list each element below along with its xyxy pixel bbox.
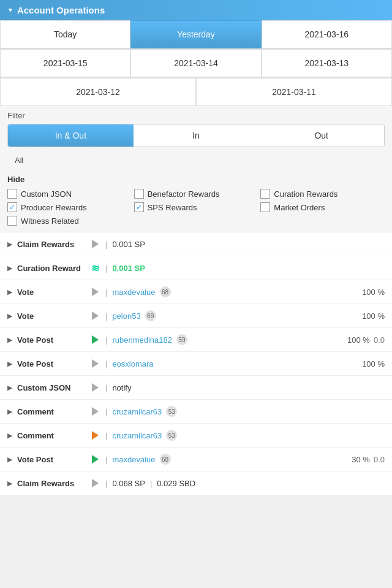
hide-custom-json[interactable]: Custom JSON	[7, 189, 132, 199]
op-tri-green-icon	[89, 454, 100, 465]
checkbox-producer-rewards[interactable]: ✓	[7, 202, 17, 212]
op-badge: 68	[160, 454, 171, 465]
op-percent: 100 %	[347, 335, 370, 345]
op-value: 0.001 SP	[112, 264, 145, 273]
op-row-comment-1[interactable]: ▶ Comment | cruzamilcar63 53	[0, 400, 392, 424]
expand-icon: ▶	[7, 240, 12, 248]
hide-witness-related[interactable]: Witness Related	[7, 216, 132, 226]
op-row-vote-post-2[interactable]: ▶ Vote Post | eosxiomara 100 %	[0, 352, 392, 376]
op-name: Curation Reward	[17, 264, 85, 273]
date-2021-03-16[interactable]: 2021-03-16	[262, 20, 392, 48]
op-tri-icon	[89, 239, 100, 250]
filter-section: Filter In & Out In Out All	[0, 106, 392, 171]
op-detail: | 0.001 SP	[89, 239, 385, 250]
expand-icon: ▶	[7, 288, 12, 296]
header-title: Account Operations	[17, 5, 105, 15]
op-value-sbd: 0.029 SBD	[157, 479, 195, 488]
hide-section: Hide Custom JSON Benefactor Rewards Cura…	[0, 171, 392, 232]
checkbox-witness-related[interactable]	[7, 216, 17, 226]
checkbox-sps-rewards[interactable]: ✓	[134, 202, 144, 212]
op-user[interactable]: rubenmedina182	[112, 335, 172, 345]
op-detail: | pelon53 69 100 %	[89, 310, 385, 321]
hide-sps-rewards-label: SPS Rewards	[148, 203, 197, 212]
op-row-vote-post-1[interactable]: ▶ Vote Post | rubenmedina182 59 100 % 0.…	[0, 328, 392, 352]
date-2021-03-15[interactable]: 2021-03-15	[0, 49, 130, 77]
tab-out[interactable]: Out	[258, 124, 384, 147]
expand-icon: ▶	[7, 384, 12, 392]
op-tri-green-icon	[89, 334, 100, 345]
op-badge: 68	[160, 286, 171, 297]
op-user[interactable]: maxdevalue	[112, 455, 155, 464]
op-detail: | 0.068 SP | 0.029 SBD	[89, 478, 385, 489]
expand-icon: ▶	[7, 360, 12, 368]
filter-tabs: In & Out In Out	[7, 124, 385, 147]
op-name: Custom JSON	[17, 383, 85, 392]
date-yesterday[interactable]: Yesterday	[130, 20, 261, 48]
op-row-curation-reward[interactable]: ▶ Curation Reward ≋ | 0.001 SP	[0, 256, 392, 280]
op-badge: 69	[145, 310, 156, 321]
op-tri-orange-icon	[89, 430, 100, 441]
op-name: Vote	[17, 288, 85, 297]
tab-in-out[interactable]: In & Out	[8, 124, 134, 147]
op-user[interactable]: eosxiomara	[112, 359, 153, 368]
date-today[interactable]: Today	[0, 20, 130, 48]
op-row-claim-rewards-2[interactable]: ▶ Claim Rewards | 0.068 SP | 0.029 SBD	[0, 472, 392, 495]
op-name: Vote	[17, 311, 85, 321]
date-2021-03-12[interactable]: 2021-03-12	[0, 78, 196, 106]
expand-icon: ▶	[7, 456, 12, 464]
hide-curation-rewards[interactable]: Curation Rewards	[260, 189, 385, 199]
date-2021-03-11[interactable]: 2021-03-11	[196, 78, 392, 106]
date-2021-03-13[interactable]: 2021-03-13	[262, 49, 392, 77]
op-user[interactable]: cruzamilcar63	[112, 431, 162, 440]
op-tri-icon	[89, 286, 100, 297]
expand-icon: ▶	[7, 336, 12, 344]
hide-market-orders[interactable]: Market Orders	[260, 202, 385, 212]
filter-label: Filter	[7, 111, 385, 120]
op-percent: 100 %	[362, 311, 385, 321]
op-row-vote-post-3[interactable]: ▶ Vote Post | maxdevalue 68 30 % 0.0	[0, 448, 392, 472]
checkbox-custom-json[interactable]	[7, 189, 17, 199]
expand-icon: ▶	[7, 264, 12, 272]
op-percent: 30 %	[352, 455, 370, 464]
op-tri-icon	[89, 358, 100, 369]
op-detail: | cruzamilcar63 53	[89, 430, 385, 441]
expand-icon: ▶	[7, 408, 12, 416]
op-row-comment-2[interactable]: ▶ Comment | cruzamilcar63 53	[0, 424, 392, 448]
op-name: Vote Post	[17, 455, 85, 464]
checkbox-benefactor-rewards[interactable]	[134, 189, 144, 199]
op-row-vote-1[interactable]: ▶ Vote | maxdevalue 68 100 %	[0, 280, 392, 304]
checkbox-market-orders[interactable]	[260, 202, 270, 212]
op-name: Claim Rewards	[17, 240, 85, 249]
op-detail: | cruzamilcar63 53	[89, 406, 385, 417]
op-tri-icon	[89, 406, 100, 417]
collapse-icon: ▼	[7, 7, 13, 13]
op-percent: 100 %	[362, 359, 385, 368]
op-value: 0.001 SP	[112, 240, 145, 249]
op-user[interactable]: pelon53	[112, 311, 140, 321]
op-row-vote-2[interactable]: ▶ Vote | pelon53 69 100 %	[0, 304, 392, 328]
hide-producer-rewards[interactable]: ✓ Producer Rewards	[7, 202, 132, 212]
header: ▼ Account Operations	[0, 0, 392, 20]
op-amount: 0.0	[374, 455, 385, 464]
op-value: 0.068 SP	[112, 479, 145, 488]
op-detail: | maxdevalue 68 100 %	[89, 286, 385, 297]
op-row-custom-json[interactable]: ▶ Custom JSON | notify	[0, 376, 392, 400]
op-user[interactable]: cruzamilcar63	[112, 407, 162, 416]
hide-custom-json-label: Custom JSON	[21, 189, 72, 199]
hide-grid: Custom JSON Benefactor Rewards Curation …	[7, 189, 385, 226]
hide-sps-rewards[interactable]: ✓ SPS Rewards	[134, 202, 258, 212]
date-2021-03-14[interactable]: 2021-03-14	[130, 49, 261, 77]
expand-icon: ▶	[7, 432, 12, 440]
expand-icon: ▶	[7, 312, 12, 320]
op-tri-icon	[89, 382, 100, 393]
op-row-claim-rewards-1[interactable]: ▶ Claim Rewards | 0.001 SP	[0, 232, 392, 256]
operations-list: ▶ Claim Rewards | 0.001 SP ▶ Curation Re…	[0, 232, 392, 495]
checkbox-curation-rewards[interactable]	[260, 189, 270, 199]
op-name: Comment	[17, 407, 85, 416]
op-user[interactable]: maxdevalue	[112, 288, 155, 297]
tab-in[interactable]: In	[134, 124, 259, 147]
filter-all: All	[7, 152, 385, 169]
date-row-1: Today Yesterday 2021-03-16	[0, 20, 392, 49]
steem-logo-icon: ≋	[89, 262, 100, 273]
hide-benefactor-rewards[interactable]: Benefactor Rewards	[134, 189, 258, 199]
